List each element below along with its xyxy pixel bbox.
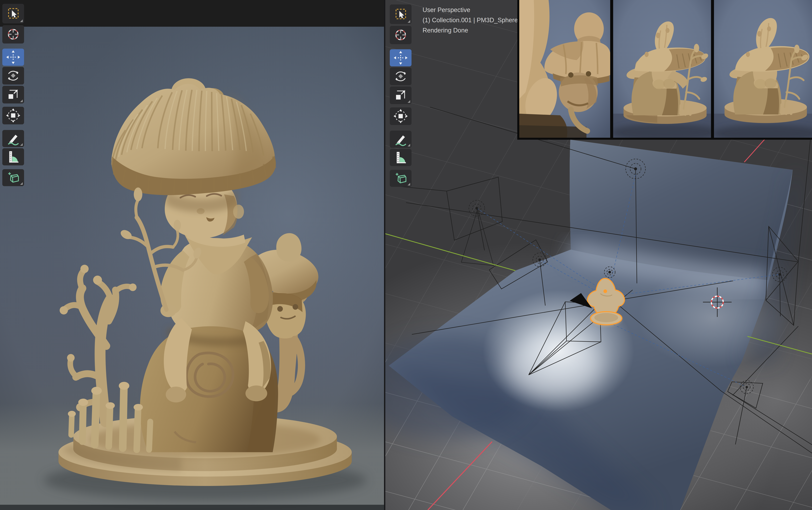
svg-text:Rendering Done: Rendering Done [423, 27, 468, 34]
svg-text:User Perspective: User Perspective [423, 6, 470, 13]
svg-text:(1) Collection.001 | PM3D_Sphe: (1) Collection.001 | PM3D_Sphere3D1 [423, 17, 529, 24]
